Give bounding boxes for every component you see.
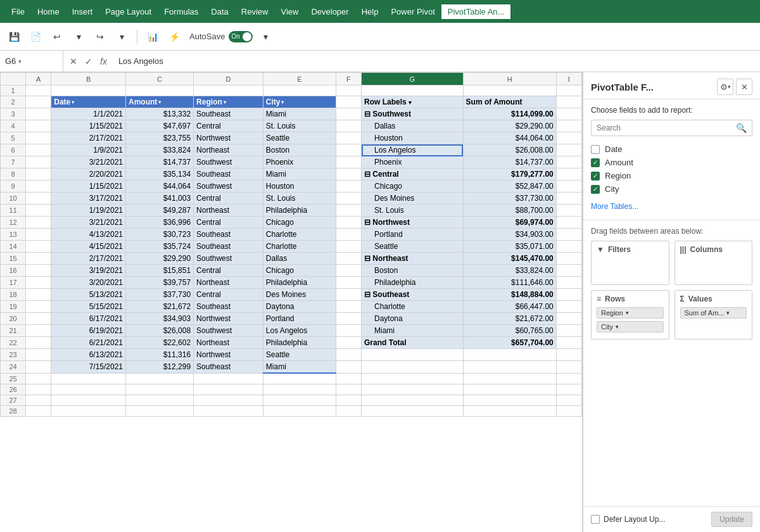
col-H[interactable]: H xyxy=(463,73,556,86)
col-D[interactable]: D xyxy=(194,73,263,86)
pivot-group-sw[interactable]: ⊟ Southwest xyxy=(362,108,464,120)
insert-function-icon[interactable]: fx xyxy=(98,55,110,68)
filters-area[interactable]: ▼ Filters xyxy=(591,241,669,285)
menu-help[interactable]: Help xyxy=(355,4,385,19)
more-tables-link[interactable]: More Tables... xyxy=(591,200,752,213)
menu-data[interactable]: Data xyxy=(205,4,234,19)
table-row: 16 3/19/2021 $15,851 Central Chicago Bos… xyxy=(1,265,582,277)
close-panel-button[interactable]: ✕ xyxy=(736,79,752,95)
field-list: Date ✓ Amount ✓ Region ✓ City xyxy=(591,142,752,196)
menu-power-pivot[interactable]: Power Pivot xyxy=(384,4,441,19)
settings-dropdown-button[interactable]: ⚙ ▾ xyxy=(717,79,733,95)
menu-formulas[interactable]: Formulas xyxy=(158,4,205,19)
quick-access-1[interactable]: 💾 xyxy=(5,28,23,46)
search-box: 🔍 xyxy=(591,120,752,136)
gear-icon: ⚙ xyxy=(720,82,728,92)
col-B[interactable]: B xyxy=(51,73,126,86)
pivot-fields-section: Choose fields to add to report: 🔍 Date ✓… xyxy=(583,99,760,220)
formula-input[interactable] xyxy=(113,51,760,72)
field-checkbox-amount[interactable]: ✓ xyxy=(591,158,600,167)
header-amount[interactable]: Amount▾ xyxy=(126,96,194,108)
filters-header: ▼ Filters xyxy=(597,245,664,254)
field-checkbox-region[interactable]: ✓ xyxy=(591,172,600,180)
close-icon: ✕ xyxy=(741,82,748,92)
table-row: 23 6/13/2021 $11,316 Northwest Seattle xyxy=(1,349,582,361)
menu-file[interactable]: File xyxy=(5,4,31,19)
undo-dropdown[interactable]: ▾ xyxy=(70,28,87,46)
autosave-area: AutoSave On xyxy=(189,31,253,42)
table-row: 25 xyxy=(1,373,582,384)
values-tag-sum-arrow: ▾ xyxy=(726,310,730,316)
col-F[interactable]: F xyxy=(336,73,361,86)
confirm-formula-icon[interactable]: ✓ xyxy=(82,55,95,68)
toggle-on-label: On xyxy=(231,33,239,40)
col-I[interactable]: I xyxy=(556,73,581,86)
selected-cell[interactable]: Los Angelos xyxy=(362,144,464,156)
menu-page-layout[interactable]: Page Layout xyxy=(99,4,158,19)
rows-tag-city[interactable]: City ▾ xyxy=(597,321,664,332)
cell-ref-dropdown[interactable]: ▾ xyxy=(18,58,22,65)
update-button[interactable]: Update xyxy=(711,512,752,527)
undo-button[interactable]: ↩ xyxy=(48,28,66,46)
drag-section: Drag fields between areas below: ▼ Filte… xyxy=(583,220,760,346)
redo-button[interactable]: ↪ xyxy=(91,28,109,46)
rows-tag-city-arrow: ▾ xyxy=(616,324,619,330)
menu-pivottable-analyze[interactable]: PivotTable An... xyxy=(441,4,511,19)
rows-tag-region-arrow: ▾ xyxy=(626,310,629,316)
formula-icons: ✕ ✓ fx xyxy=(63,55,113,68)
table-row: 3 1/1/2021 $13,332 Southeast Miami ⊟ Sou… xyxy=(1,108,582,120)
sheet-table: A B C D E F G H I 1 xyxy=(0,72,582,417)
col-E[interactable]: E xyxy=(263,73,336,86)
defer-checkbox[interactable] xyxy=(591,515,600,524)
toggle-knob xyxy=(243,32,251,41)
pivot-header-label[interactable]: Row Labels ▾ xyxy=(362,96,464,108)
cell-reference[interactable]: G6 ▾ xyxy=(0,51,63,72)
columns-area[interactable]: ||| Columns xyxy=(674,241,753,285)
rows-tag-region[interactable]: Region ▾ xyxy=(597,307,664,319)
header-region[interactable]: Region▾ xyxy=(194,96,263,108)
cancel-formula-icon[interactable]: ✕ xyxy=(67,55,80,68)
menu-home[interactable]: Home xyxy=(31,4,66,19)
spreadsheet[interactable]: A B C D E F G H I 1 xyxy=(0,72,583,532)
table-row: 15 2/17/2021 $29,290 Southwest Dallas ⊟ … xyxy=(1,253,582,265)
autosave-toggle[interactable]: On xyxy=(229,31,253,42)
field-item-region: ✓ Region xyxy=(591,169,752,182)
header-date[interactable]: Date▾ xyxy=(51,96,126,108)
table-row: 20 6/17/2021 $34,903 Northwest Portland … xyxy=(1,313,582,325)
extra-icon-2[interactable]: ⚡ xyxy=(165,28,183,46)
redo-dropdown[interactable]: ▾ xyxy=(113,28,130,46)
menu-developer[interactable]: Developer xyxy=(305,4,355,19)
quick-access-2[interactable]: 📄 xyxy=(27,28,44,46)
menu-view[interactable]: View xyxy=(274,4,305,19)
col-C[interactable]: C xyxy=(126,73,194,86)
menu-review[interactable]: Review xyxy=(235,4,275,19)
values-area[interactable]: Σ Values Sum of Am... ▾ xyxy=(674,290,753,339)
corner-cell xyxy=(1,73,26,86)
rows-area[interactable]: ≡ Rows Region ▾ City ▾ xyxy=(591,290,669,339)
table-row: 28 xyxy=(1,405,582,416)
table-row: 9 1/15/2021 $44,064 Southwest Houston Ch… xyxy=(1,180,582,193)
table-row: 10 3/17/2021 $41,003 Central St. Louis D… xyxy=(1,193,582,205)
customize-qat[interactable]: ▾ xyxy=(256,28,274,46)
pivot-search-input[interactable] xyxy=(597,124,736,132)
table-row: 1 xyxy=(1,86,582,96)
table-row: 7 3/21/2021 $14,737 Southwest Phoenix Ph… xyxy=(1,156,582,168)
field-label-date: Date xyxy=(605,144,622,154)
pivot-panel-icons: ⚙ ▾ ✕ xyxy=(717,79,752,95)
col-G[interactable]: G xyxy=(362,73,464,86)
columns-label: Columns xyxy=(690,245,723,254)
rows-label: Rows xyxy=(605,294,625,303)
field-checkbox-date[interactable] xyxy=(591,145,600,154)
col-A[interactable]: A xyxy=(26,73,51,86)
field-checkbox-city[interactable]: ✓ xyxy=(591,185,600,194)
toolbar-separator xyxy=(137,29,137,44)
drag-section-label: Drag fields between areas below: xyxy=(591,227,752,236)
menu-insert[interactable]: Insert xyxy=(66,4,99,19)
header-city[interactable]: City▾ xyxy=(263,96,336,108)
field-item-city: ✓ City xyxy=(591,182,752,196)
values-tag-sum[interactable]: Sum of Am... ▾ xyxy=(680,307,747,319)
table-row: 13 4/13/2021 $30,723 Southeast Charlotte… xyxy=(1,229,582,241)
extra-icon-1[interactable]: 📊 xyxy=(144,28,162,46)
values-label: Values xyxy=(688,294,712,303)
rows-tag-city-label: City xyxy=(601,323,613,331)
